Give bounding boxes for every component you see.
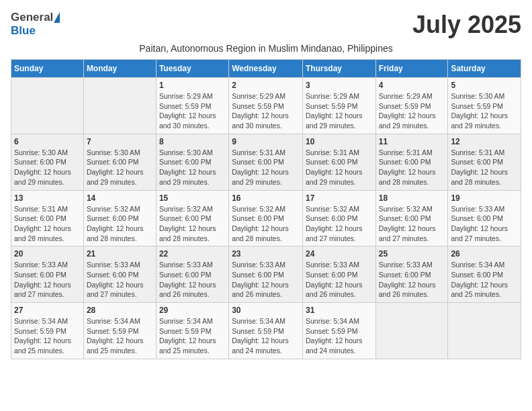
day-number: 27 (14, 306, 81, 315)
day-info: Sunrise: 5:32 AMSunset: 6:00 PMDaylight:… (379, 204, 445, 244)
day-info: Sunrise: 5:33 AMSunset: 6:00 PMDaylight:… (87, 260, 153, 300)
day-number: 10 (306, 137, 373, 146)
day-number: 16 (232, 193, 300, 203)
day-number: 4 (379, 81, 445, 90)
day-number: 11 (379, 137, 445, 146)
day-info: Sunrise: 5:33 AMSunset: 6:00 PMDaylight:… (379, 260, 445, 300)
table-row: 17Sunrise: 5:32 AMSunset: 6:00 PMDayligh… (302, 190, 375, 246)
day-number: 17 (306, 193, 373, 203)
day-number: 28 (87, 306, 153, 315)
table-row: 25Sunrise: 5:33 AMSunset: 6:00 PMDayligh… (375, 246, 448, 303)
day-info: Sunrise: 5:32 AMSunset: 6:00 PMDaylight:… (159, 204, 226, 244)
day-info: Sunrise: 5:31 AMSunset: 6:00 PMDaylight:… (232, 148, 300, 187)
col-wednesday: Wednesday (229, 60, 303, 78)
table-row: 30Sunrise: 5:34 AMSunset: 5:59 PMDayligh… (229, 303, 303, 359)
day-number: 13 (14, 193, 81, 203)
day-info: Sunrise: 5:32 AMSunset: 6:00 PMDaylight:… (232, 204, 300, 244)
day-info: Sunrise: 5:31 AMSunset: 6:00 PMDaylight:… (306, 148, 373, 187)
col-friday: Friday (375, 60, 448, 78)
day-number: 1 (159, 81, 226, 90)
table-row (11, 78, 84, 134)
table-row: 23Sunrise: 5:33 AMSunset: 6:00 PMDayligh… (229, 246, 303, 303)
page-subtitle: Paitan, Autonomous Region in Muslim Mind… (11, 43, 521, 54)
table-row: 19Sunrise: 5:33 AMSunset: 6:00 PMDayligh… (448, 190, 521, 246)
day-info: Sunrise: 5:31 AMSunset: 6:00 PMDaylight:… (451, 148, 518, 187)
day-number: 6 (14, 137, 81, 146)
day-info: Sunrise: 5:32 AMSunset: 6:00 PMDaylight:… (306, 204, 373, 244)
day-number: 22 (159, 249, 226, 259)
day-number: 21 (87, 249, 153, 259)
day-info: Sunrise: 5:29 AMSunset: 5:59 PMDaylight:… (379, 91, 445, 131)
day-number: 14 (87, 193, 153, 203)
table-row: 26Sunrise: 5:34 AMSunset: 6:00 PMDayligh… (448, 246, 521, 303)
table-row: 1Sunrise: 5:29 AMSunset: 5:59 PMDaylight… (156, 78, 228, 134)
day-info: Sunrise: 5:30 AMSunset: 6:00 PMDaylight:… (87, 148, 153, 187)
day-info: Sunrise: 5:31 AMSunset: 6:00 PMDaylight:… (379, 148, 445, 187)
table-row (83, 78, 156, 134)
table-row: 9Sunrise: 5:31 AMSunset: 6:00 PMDaylight… (229, 134, 303, 190)
table-row: 6Sunrise: 5:30 AMSunset: 6:00 PMDaylight… (11, 134, 84, 190)
day-number: 5 (451, 81, 518, 90)
day-info: Sunrise: 5:34 AMSunset: 6:00 PMDaylight:… (451, 260, 518, 300)
day-info: Sunrise: 5:34 AMSunset: 5:59 PMDaylight:… (159, 316, 226, 356)
table-row: 15Sunrise: 5:32 AMSunset: 6:00 PMDayligh… (156, 190, 228, 246)
day-info: Sunrise: 5:34 AMSunset: 5:59 PMDaylight:… (87, 316, 153, 356)
day-number: 26 (451, 249, 518, 259)
table-row: 13Sunrise: 5:31 AMSunset: 6:00 PMDayligh… (11, 190, 84, 246)
table-row: 18Sunrise: 5:32 AMSunset: 6:00 PMDayligh… (375, 190, 448, 246)
day-info: Sunrise: 5:33 AMSunset: 6:00 PMDaylight:… (159, 260, 226, 300)
day-number: 29 (159, 306, 226, 315)
calendar-table: Sunday Monday Tuesday Wednesday Thursday… (11, 59, 521, 359)
logo-blue: Blue (11, 24, 36, 37)
day-number: 25 (379, 249, 445, 259)
table-row: 11Sunrise: 5:31 AMSunset: 6:00 PMDayligh… (375, 134, 448, 190)
table-row: 12Sunrise: 5:31 AMSunset: 6:00 PMDayligh… (448, 134, 521, 190)
day-number: 7 (87, 137, 153, 146)
col-thursday: Thursday (302, 60, 375, 78)
day-info: Sunrise: 5:30 AMSunset: 6:00 PMDaylight:… (14, 148, 81, 187)
col-sunday: Sunday (11, 60, 84, 78)
col-monday: Monday (83, 60, 156, 78)
table-row (375, 303, 448, 359)
day-number: 9 (232, 137, 300, 146)
table-row: 7Sunrise: 5:30 AMSunset: 6:00 PMDaylight… (83, 134, 156, 190)
day-info: Sunrise: 5:29 AMSunset: 5:59 PMDaylight:… (159, 91, 226, 131)
day-info: Sunrise: 5:29 AMSunset: 5:59 PMDaylight:… (306, 91, 373, 131)
day-number: 30 (232, 306, 300, 315)
table-row: 4Sunrise: 5:29 AMSunset: 5:59 PMDaylight… (375, 78, 448, 134)
table-row: 31Sunrise: 5:34 AMSunset: 5:59 PMDayligh… (302, 303, 375, 359)
table-row: 20Sunrise: 5:33 AMSunset: 6:00 PMDayligh… (11, 246, 84, 303)
table-row: 16Sunrise: 5:32 AMSunset: 6:00 PMDayligh… (229, 190, 303, 246)
day-info: Sunrise: 5:33 AMSunset: 6:00 PMDaylight:… (451, 204, 518, 244)
day-number: 24 (306, 249, 373, 259)
day-info: Sunrise: 5:33 AMSunset: 6:00 PMDaylight:… (232, 260, 300, 300)
day-info: Sunrise: 5:34 AMSunset: 5:59 PMDaylight:… (306, 316, 373, 356)
table-row: 29Sunrise: 5:34 AMSunset: 5:59 PMDayligh… (156, 303, 228, 359)
day-number: 31 (306, 306, 373, 315)
day-info: Sunrise: 5:32 AMSunset: 6:00 PMDaylight:… (87, 204, 153, 244)
table-row (448, 303, 521, 359)
table-row: 22Sunrise: 5:33 AMSunset: 6:00 PMDayligh… (156, 246, 228, 303)
day-number: 18 (379, 193, 445, 203)
day-info: Sunrise: 5:30 AMSunset: 5:59 PMDaylight:… (451, 91, 518, 131)
table-row: 8Sunrise: 5:30 AMSunset: 6:00 PMDaylight… (156, 134, 228, 190)
table-row: 5Sunrise: 5:30 AMSunset: 5:59 PMDaylight… (448, 78, 521, 134)
day-info: Sunrise: 5:34 AMSunset: 5:59 PMDaylight:… (14, 316, 81, 356)
day-number: 2 (232, 81, 300, 90)
day-number: 12 (451, 137, 518, 146)
col-saturday: Saturday (448, 60, 521, 78)
table-row: 21Sunrise: 5:33 AMSunset: 6:00 PMDayligh… (83, 246, 156, 303)
table-row: 28Sunrise: 5:34 AMSunset: 5:59 PMDayligh… (83, 303, 156, 359)
table-row: 14Sunrise: 5:32 AMSunset: 6:00 PMDayligh… (83, 190, 156, 246)
page-title: July 2025 (412, 11, 521, 39)
day-info: Sunrise: 5:30 AMSunset: 6:00 PMDaylight:… (159, 148, 226, 187)
table-row: 27Sunrise: 5:34 AMSunset: 5:59 PMDayligh… (11, 303, 84, 359)
table-row: 24Sunrise: 5:33 AMSunset: 6:00 PMDayligh… (302, 246, 375, 303)
table-row: 2Sunrise: 5:29 AMSunset: 5:59 PMDaylight… (229, 78, 303, 134)
col-tuesday: Tuesday (156, 60, 228, 78)
day-number: 20 (14, 249, 81, 259)
day-number: 15 (159, 193, 226, 203)
day-info: Sunrise: 5:33 AMSunset: 6:00 PMDaylight:… (14, 260, 81, 300)
day-info: Sunrise: 5:33 AMSunset: 6:00 PMDaylight:… (306, 260, 373, 300)
table-row: 10Sunrise: 5:31 AMSunset: 6:00 PMDayligh… (302, 134, 375, 190)
